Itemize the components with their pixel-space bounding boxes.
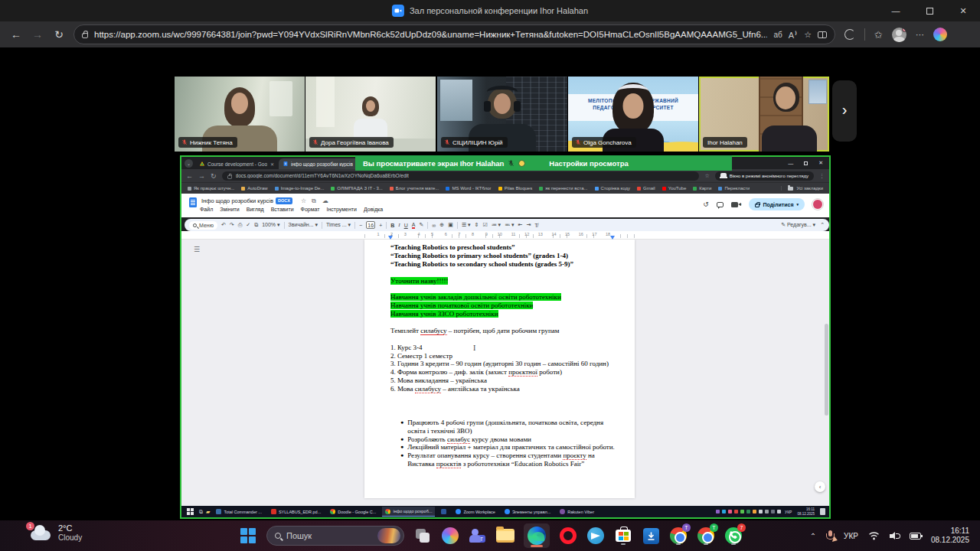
version-history-icon[interactable]: ↺: [703, 201, 709, 208]
highlight-icon[interactable]: ✎: [419, 222, 423, 228]
docs-title[interactable]: Інфо щодо розробки курсів: [201, 197, 273, 204]
tray-expand-icon[interactable]: ⌃: [810, 532, 816, 540]
shared-notifications-icon[interactable]: [820, 508, 825, 515]
font-select[interactable]: Times ... ▾: [326, 222, 351, 228]
styles-select[interactable]: Звичайн... ▾: [289, 222, 318, 228]
shared-explorer-icon[interactable]: ▰: [206, 509, 210, 515]
shared-tray-icon[interactable]: [753, 510, 756, 514]
browser-essentials-icon[interactable]: [844, 29, 855, 40]
chrome-profile1-button[interactable]: T: [669, 527, 688, 545]
indent-icon[interactable]: ⇥: [526, 222, 531, 228]
forward-button[interactable]: →: [31, 28, 44, 41]
link-icon[interactable]: ∞: [432, 223, 436, 228]
refresh-button[interactable]: ↻: [52, 28, 66, 41]
start-button[interactable]: [239, 527, 257, 545]
align-icon[interactable]: ☰ ▾: [462, 222, 471, 228]
bookmark-item[interactable]: MS Word - ІКТблог: [446, 186, 491, 191]
font-size-plus[interactable]: +: [379, 223, 382, 228]
spellcheck-icon[interactable]: ✓: [246, 222, 250, 228]
bookmark-item[interactable]: Карти: [693, 186, 711, 191]
bookmark-item[interactable]: Перекласти: [718, 186, 750, 191]
shared-tab-1[interactable]: Course development - Googl✕: [195, 158, 279, 169]
video-tile[interactable]: Нижник Тетяна: [175, 77, 305, 152]
bookmark-item[interactable]: Блог учителя мате...: [390, 186, 439, 191]
shared-tray-icon[interactable]: [759, 510, 763, 514]
italic-icon[interactable]: I: [398, 222, 400, 228]
shared-tray-icon[interactable]: [728, 510, 732, 514]
shared-tray-icon[interactable]: [777, 510, 781, 514]
docs-menu-Вигляд[interactable]: Вигляд: [247, 207, 264, 212]
comments-icon[interactable]: [717, 202, 724, 207]
insert-image-icon[interactable]: ▣: [448, 222, 453, 228]
copilot-icon[interactable]: [933, 28, 947, 41]
print-icon[interactable]: ⎙: [238, 222, 243, 228]
document-page[interactable]: “Teaching Robotics to preschool students…: [364, 240, 635, 498]
shared-taskbar-app[interactable]: інфо щодо розроб...: [382, 507, 435, 517]
shared-back-icon[interactable]: ←: [186, 172, 193, 180]
weather-widget[interactable]: 1 2°CCloudy: [29, 523, 82, 543]
bookmark-item[interactable]: Як працює штучн...: [188, 186, 234, 191]
docs-menu-search[interactable]: Меню: [189, 221, 217, 230]
read-aloud-icon[interactable]: A❫: [789, 30, 798, 40]
view-options-button[interactable]: Настройки просмотра: [549, 159, 628, 168]
underline-icon[interactable]: U: [404, 223, 408, 228]
video-tile[interactable]: Ihor Halahan: [699, 77, 829, 152]
shared-taskbar-app[interactable]: Элементы управл...: [501, 507, 554, 517]
shared-taskview-icon[interactable]: ⧉: [199, 509, 203, 515]
video-tile[interactable]: МЕЛІТОПОЛЬСЬКИЙ ДЕРЖАВНИЙПЕДАГОГІЧНИЙ УН…: [568, 77, 698, 152]
task-view-button[interactable]: [413, 527, 432, 545]
zoom-select[interactable]: 100% ▾: [262, 222, 279, 228]
shared-taskbar-app[interactable]: SYLLABUS_EDR.pd...: [268, 507, 324, 517]
battery-icon[interactable]: [910, 533, 921, 540]
star-doc-icon[interactable]: ☆: [301, 197, 306, 204]
shared-tray-icon[interactable]: [765, 510, 769, 514]
text-color-icon[interactable]: A: [412, 222, 416, 229]
editing-mode-select[interactable]: ✎ Редагув... ▾: [781, 222, 815, 228]
shared-url-bar[interactable]: docs.google.com/document/d/11emTY6AvT6N1…: [222, 171, 700, 181]
docs-menu-Формат[interactable]: Формат: [301, 207, 320, 212]
docs-menu-Довідка[interactable]: Довідка: [364, 207, 383, 212]
bookmark-item[interactable]: Image-to-Image De...: [275, 186, 325, 191]
mic-in-use-icon[interactable]: [826, 530, 834, 541]
chrome-profile2-button[interactable]: T: [697, 527, 715, 545]
move-folder-icon[interactable]: ⧉: [312, 197, 316, 205]
bullet-list-icon[interactable]: ≔ ▾: [492, 222, 501, 228]
maximize-button[interactable]: [913, 0, 946, 21]
shared-tray-icon[interactable]: [734, 510, 738, 514]
font-size-value[interactable]: 16: [366, 221, 375, 229]
shared-tray-icon[interactable]: [716, 510, 720, 514]
cloud-status-icon[interactable]: ☁: [322, 197, 328, 204]
tab-search-icon[interactable]: ⌄: [185, 159, 193, 168]
opera-button[interactable]: [559, 527, 577, 545]
teams-button[interactable]: T: [469, 527, 487, 545]
shared-forward-icon[interactable]: →: [198, 172, 205, 180]
font-size-minus[interactable]: −: [359, 223, 362, 228]
back-button[interactable]: ←: [9, 28, 23, 41]
bookmark-item[interactable]: ОЛІМПІАДА З ІТ - 3...: [331, 186, 382, 191]
docs-icon[interactable]: [189, 197, 197, 207]
numbered-list-icon[interactable]: ≕ ▾: [505, 222, 514, 228]
shared-tab-2[interactable]: інфо щодо розробки курсів✕: [279, 158, 364, 169]
add-comment-icon[interactable]: ⊕: [439, 222, 444, 228]
video-tile[interactable]: Дора Георгіївна Іванова: [305, 77, 436, 152]
docs-menu-Інструменти[interactable]: Інструменти: [326, 207, 356, 212]
taskbar-clock[interactable]: 16:1108.12.2025: [931, 527, 969, 545]
collapse-toolbar-icon[interactable]: ⌃: [820, 222, 825, 228]
profile-avatar[interactable]: [892, 28, 906, 42]
collections-icon[interactable]: ✩: [874, 29, 883, 41]
docs-scrollbar[interactable]: [825, 324, 828, 416]
bookmark-item[interactable]: AutoDraw: [241, 186, 267, 191]
docs-menu-Змінити[interactable]: Змінити: [220, 207, 240, 212]
shared-tray-icon[interactable]: [771, 510, 775, 514]
shared-taskbar-app[interactable]: Doodle - Google C...: [327, 507, 379, 517]
paint-format-icon[interactable]: ⧉: [254, 222, 258, 228]
undo-icon[interactable]: ↶: [221, 222, 226, 228]
shared-refresh-icon[interactable]: ↻: [211, 172, 217, 180]
downloads-button[interactable]: [642, 527, 660, 545]
wifi-icon[interactable]: [868, 531, 880, 540]
file-explorer-button[interactable]: [496, 527, 514, 545]
telegram-button[interactable]: [586, 527, 605, 545]
bookmark-item[interactable]: YouTube: [662, 186, 687, 191]
bookmark-item[interactable]: як перенести вста...: [539, 186, 587, 191]
bookmark-item[interactable]: Сторінка коду: [595, 186, 631, 191]
